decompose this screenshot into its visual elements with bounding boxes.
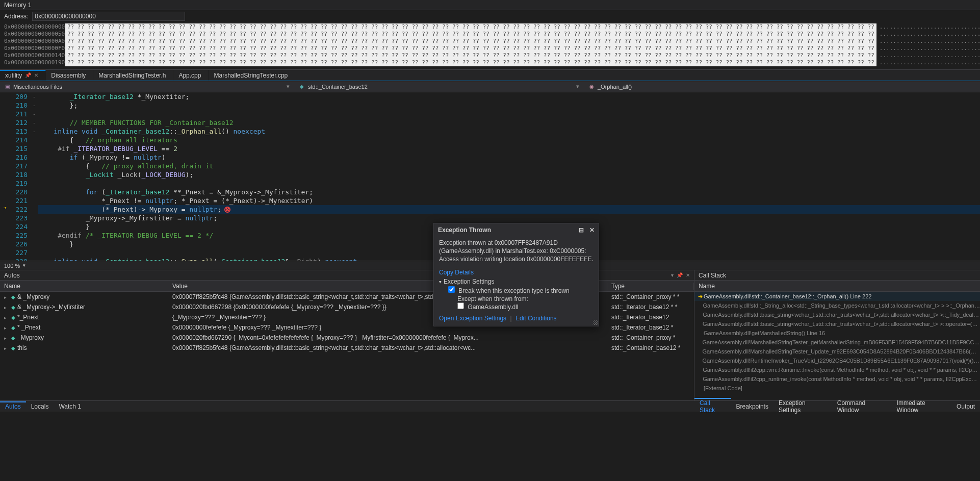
tab-marshalledstringtester-cpp[interactable]: MarshalledStringTester.cpp bbox=[209, 70, 295, 81]
breadcrumb-file-label: Miscellaneous Files bbox=[13, 84, 62, 90]
copy-details-link[interactable]: Copy Details bbox=[434, 267, 479, 278]
callstack-frame[interactable]: GameAssembly.dll!MarshalledStringTester_… bbox=[694, 347, 980, 356]
memory-address-label: Address: bbox=[4, 13, 28, 20]
edit-conditions-link[interactable]: Edit Conditions bbox=[515, 315, 557, 322]
callstack-frame[interactable]: GameAssembly.dll!getMarshalledString() L… bbox=[694, 328, 980, 338]
autos-title: Autos bbox=[4, 272, 20, 279]
tab-app-cpp[interactable]: App.cpp bbox=[173, 70, 209, 81]
break-on-exception-label[interactable]: Break when this exception type is thrown bbox=[448, 287, 570, 294]
breadcrumb-bar: Miscellaneous Files ▾ std::_Container_ba… bbox=[0, 81, 980, 92]
bottom-tab-immediate-window[interactable]: Immediate Window bbox=[892, 398, 951, 415]
autos-row[interactable]: ▸◆this0x00007ff825b5fc48 {GameAssembly.d… bbox=[0, 343, 694, 353]
memory-address-input[interactable] bbox=[32, 12, 185, 21]
breadcrumb-file[interactable]: Miscellaneous Files ▾ bbox=[2, 83, 293, 90]
method-icon bbox=[589, 84, 596, 90]
memory-title: Memory 1 bbox=[0, 0, 980, 10]
popup-close-icon[interactable]: ✕ bbox=[589, 226, 595, 234]
callstack-panel: Call Stack Name ➔GameAssembly.dll!std::_… bbox=[694, 270, 980, 400]
zoom-dropdown-icon[interactable]: ▼ bbox=[22, 263, 26, 268]
except-when-label: Except when thrown from: bbox=[448, 295, 594, 302]
breadcrumb-member[interactable]: _Orphan_all() bbox=[586, 84, 635, 90]
resize-grip-icon[interactable] bbox=[592, 320, 598, 325]
zoom-level[interactable]: 100 % bbox=[4, 263, 20, 269]
error-icon bbox=[224, 207, 230, 213]
callstack-frame[interactable]: GameAssembly.dll!MarshalledStringTester_… bbox=[694, 338, 980, 347]
panel-dropdown-icon[interactable]: ▾ bbox=[671, 272, 674, 278]
tab-disassembly[interactable]: Disassembly bbox=[46, 70, 93, 81]
tab-marshalledstringtester-h[interactable]: MarshalledStringTester.h bbox=[93, 70, 173, 81]
callstack-frame[interactable]: GameAssembly.dll!il2cpp::vm::Runtime::In… bbox=[694, 365, 980, 374]
bottom-tab-output[interactable]: Output bbox=[951, 401, 980, 412]
callstack-title: Call Stack bbox=[699, 272, 726, 279]
open-exception-settings-link[interactable]: Open Exception Settings bbox=[439, 315, 506, 322]
autos-row[interactable]: ▸◆_Myproxy0x0000020fbd667290 {_Mycont=0x… bbox=[0, 333, 694, 343]
bottom-tab-locals[interactable]: Locals bbox=[26, 401, 54, 412]
callstack-col-name[interactable]: Name bbox=[699, 283, 715, 290]
pin-icon[interactable]: 📌 bbox=[25, 72, 31, 78]
bottom-tabs-left: AutosLocalsWatch 1 bbox=[0, 400, 694, 412]
callstack-frame[interactable]: GameAssembly.dll!std::basic_string<wchar… bbox=[694, 319, 980, 328]
memory-row: 0x00000000000000A0?? ?? ?? ?? ?? ?? ?? ?… bbox=[4, 38, 976, 45]
panel-close-icon[interactable]: ✕ bbox=[686, 272, 690, 278]
popup-pin-icon[interactable]: ⊟ bbox=[579, 226, 584, 234]
exception-title: Exception Thrown bbox=[438, 226, 491, 234]
callstack-frame[interactable]: GameAssembly.dll!std::basic_string<wchar… bbox=[694, 310, 980, 319]
callstack-frame[interactable]: GameAssembly.dll!RuntimeInvoker_TrueVoid… bbox=[694, 356, 980, 365]
bottom-tab-exception-settings[interactable]: Exception Settings bbox=[773, 398, 832, 415]
callstack-frame[interactable]: GameAssembly.dll!il2cpp_runtime_invoke(c… bbox=[694, 374, 980, 384]
breadcrumb-member-label: _Orphan_all() bbox=[598, 84, 632, 90]
close-icon[interactable]: ✕ bbox=[34, 72, 38, 78]
callstack-frame[interactable]: [External Code] bbox=[694, 384, 980, 393]
memory-row: 0x0000000000000050?? ?? ?? ?? ?? ?? ?? ?… bbox=[4, 31, 976, 38]
bottom-tab-breakpoints[interactable]: Breakpoints bbox=[731, 401, 773, 412]
break-on-exception-checkbox[interactable] bbox=[448, 286, 455, 293]
callstack-frame[interactable]: ➔GameAssembly.dll!std::_Container_base12… bbox=[694, 292, 980, 301]
exception-settings-header[interactable]: Exception Settings bbox=[439, 278, 594, 285]
editor-tab-bar: xutility📌✕DisassemblyMarshalledStringTes… bbox=[0, 70, 980, 81]
memory-row: 0x0000000000000190?? ?? ?? ?? ?? ?? ?? ?… bbox=[4, 59, 976, 66]
bottom-tab-command-window[interactable]: Command Window bbox=[832, 398, 892, 415]
autos-col-name[interactable]: Name bbox=[0, 283, 168, 290]
bottom-tab-autos[interactable]: Autos bbox=[0, 401, 26, 412]
except-module-checkbox[interactable] bbox=[457, 302, 464, 309]
exception-body: Exception thrown at 0x00007FF82487A91D (… bbox=[434, 237, 599, 267]
bottom-tab-watch-1[interactable]: Watch 1 bbox=[54, 401, 86, 412]
tab-xutility[interactable]: xutility📌✕ bbox=[0, 70, 46, 81]
bottom-tab-call-stack[interactable]: Call Stack bbox=[694, 398, 731, 415]
memory-dump: 0x0000000000000000?? ?? ?? ?? ?? ?? ?? ?… bbox=[0, 22, 980, 69]
callstack-frame[interactable]: GameAssembly.dll!std::_String_alloc<std:… bbox=[694, 301, 980, 310]
autos-col-type[interactable]: Type bbox=[607, 283, 694, 290]
breadcrumb-scope[interactable]: std::_Container_base12 ▾ bbox=[297, 83, 582, 90]
memory-row: 0x00000000000000F0?? ?? ?? ?? ?? ?? ?? ?… bbox=[4, 45, 976, 52]
memory-row: 0x0000000000000000?? ?? ?? ?? ?? ?? ?? ?… bbox=[4, 23, 976, 31]
breadcrumb-scope-label: std::_Container_base12 bbox=[308, 84, 368, 90]
except-module-label[interactable]: GameAssembly.dll bbox=[448, 302, 594, 311]
class-icon bbox=[300, 84, 306, 90]
exception-popup: Exception Thrown ⊟ ✕ Exception thrown at… bbox=[433, 223, 599, 326]
panel-pin-icon[interactable]: 📌 bbox=[677, 272, 683, 278]
file-icon bbox=[5, 84, 11, 90]
callstack-header: Name bbox=[694, 281, 980, 292]
memory-panel: Memory 1 Address: 0x0000000000000000?? ?… bbox=[0, 0, 980, 70]
memory-row: 0x0000000000000140?? ?? ?? ?? ?? ?? ?? ?… bbox=[4, 52, 976, 59]
bottom-tabs-right: Call StackBreakpointsException SettingsC… bbox=[694, 400, 980, 412]
